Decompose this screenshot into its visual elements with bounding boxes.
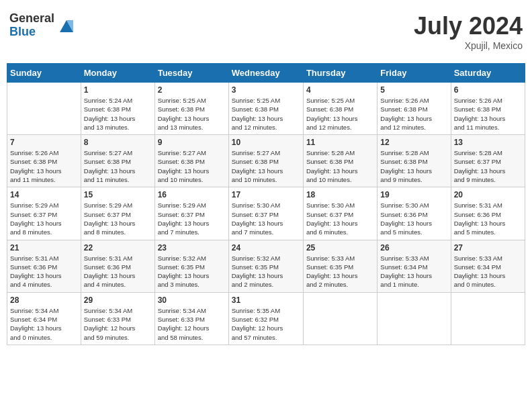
calendar-cell bbox=[378, 292, 451, 345]
calendar-cell: 30Sunrise: 5:34 AM Sunset: 6:33 PM Dayli… bbox=[154, 292, 228, 345]
calendar-cell: 3Sunrise: 5:25 AM Sunset: 6:38 PM Daylig… bbox=[228, 83, 303, 135]
calendar-week-row: 7Sunrise: 5:26 AM Sunset: 6:38 PM Daylig… bbox=[7, 135, 525, 187]
cell-info: Sunrise: 5:32 AM Sunset: 6:35 PM Dayligh… bbox=[158, 254, 226, 289]
cell-info: Sunrise: 5:35 AM Sunset: 6:32 PM Dayligh… bbox=[232, 306, 300, 342]
cell-info: Sunrise: 5:30 AM Sunset: 6:37 PM Dayligh… bbox=[232, 201, 300, 236]
cell-info: Sunrise: 5:31 AM Sunset: 6:36 PM Dayligh… bbox=[84, 254, 152, 289]
day-number: 21 bbox=[10, 243, 78, 253]
logo-general-text: General bbox=[9, 12, 54, 26]
day-number: 9 bbox=[158, 138, 226, 147]
calendar-cell: 4Sunrise: 5:25 AM Sunset: 6:38 PM Daylig… bbox=[303, 83, 377, 135]
cell-info: Sunrise: 5:34 AM Sunset: 6:34 PM Dayligh… bbox=[10, 306, 78, 342]
cell-info: Sunrise: 5:29 AM Sunset: 6:37 PM Dayligh… bbox=[84, 201, 152, 236]
cell-info: Sunrise: 5:26 AM Sunset: 6:38 PM Dayligh… bbox=[10, 148, 78, 184]
calendar-cell: 23Sunrise: 5:32 AM Sunset: 6:35 PM Dayli… bbox=[154, 240, 228, 292]
day-number: 29 bbox=[84, 295, 152, 305]
cell-info: Sunrise: 5:33 AM Sunset: 6:34 PM Dayligh… bbox=[454, 254, 522, 289]
day-number: 10 bbox=[232, 138, 300, 147]
calendar-cell: 9Sunrise: 5:27 AM Sunset: 6:38 PM Daylig… bbox=[154, 135, 228, 187]
cell-info: Sunrise: 5:34 AM Sunset: 6:33 PM Dayligh… bbox=[84, 306, 152, 342]
logo: General Blue bbox=[9, 12, 76, 39]
day-number: 27 bbox=[454, 243, 522, 253]
calendar-cell: 21Sunrise: 5:31 AM Sunset: 6:36 PM Dayli… bbox=[7, 240, 81, 292]
calendar-cell bbox=[7, 83, 81, 135]
col-header-tuesday: Tuesday bbox=[154, 64, 228, 83]
cell-info: Sunrise: 5:32 AM Sunset: 6:35 PM Dayligh… bbox=[232, 254, 300, 289]
calendar-cell: 2Sunrise: 5:25 AM Sunset: 6:38 PM Daylig… bbox=[154, 83, 228, 135]
calendar-cell: 14Sunrise: 5:29 AM Sunset: 6:37 PM Dayli… bbox=[7, 187, 81, 240]
calendar-cell: 19Sunrise: 5:30 AM Sunset: 6:36 PM Dayli… bbox=[378, 187, 451, 240]
day-number: 2 bbox=[158, 85, 226, 95]
col-header-sunday: Sunday bbox=[7, 64, 81, 83]
cell-info: Sunrise: 5:31 AM Sunset: 6:36 PM Dayligh… bbox=[10, 254, 78, 289]
day-number: 8 bbox=[84, 138, 152, 147]
calendar-cell: 26Sunrise: 5:33 AM Sunset: 6:34 PM Dayli… bbox=[378, 240, 451, 292]
calendar-cell: 24Sunrise: 5:32 AM Sunset: 6:35 PM Dayli… bbox=[228, 240, 303, 292]
cell-info: Sunrise: 5:29 AM Sunset: 6:37 PM Dayligh… bbox=[10, 201, 78, 236]
logo-blue-text: Blue bbox=[9, 26, 54, 39]
calendar-cell: 28Sunrise: 5:34 AM Sunset: 6:34 PM Dayli… bbox=[7, 292, 81, 345]
calendar-cell: 20Sunrise: 5:31 AM Sunset: 6:36 PM Dayli… bbox=[451, 187, 525, 240]
day-number: 28 bbox=[10, 295, 78, 305]
day-number: 19 bbox=[380, 190, 447, 199]
day-number: 22 bbox=[84, 243, 152, 253]
col-header-monday: Monday bbox=[81, 64, 154, 83]
day-number: 25 bbox=[306, 243, 374, 253]
calendar-week-row: 1Sunrise: 5:24 AM Sunset: 6:38 PM Daylig… bbox=[7, 83, 525, 135]
logo-icon bbox=[57, 16, 76, 35]
day-number: 7 bbox=[10, 138, 78, 147]
calendar-cell: 13Sunrise: 5:28 AM Sunset: 6:37 PM Dayli… bbox=[451, 135, 525, 187]
cell-info: Sunrise: 5:25 AM Sunset: 6:38 PM Dayligh… bbox=[232, 96, 300, 132]
cell-info: Sunrise: 5:31 AM Sunset: 6:36 PM Dayligh… bbox=[454, 201, 522, 236]
day-number: 16 bbox=[158, 190, 226, 199]
calendar-cell: 8Sunrise: 5:27 AM Sunset: 6:38 PM Daylig… bbox=[81, 135, 154, 187]
calendar-cell: 6Sunrise: 5:26 AM Sunset: 6:38 PM Daylig… bbox=[451, 83, 525, 135]
calendar-cell: 16Sunrise: 5:29 AM Sunset: 6:37 PM Dayli… bbox=[154, 187, 228, 240]
calendar-cell: 25Sunrise: 5:33 AM Sunset: 6:35 PM Dayli… bbox=[303, 240, 377, 292]
day-number: 14 bbox=[10, 190, 78, 199]
cell-info: Sunrise: 5:34 AM Sunset: 6:33 PM Dayligh… bbox=[158, 306, 226, 342]
location: Xpujil, Mexico bbox=[414, 40, 523, 51]
day-number: 23 bbox=[158, 243, 226, 253]
calendar-header-row: SundayMondayTuesdayWednesdayThursdayFrid… bbox=[7, 64, 525, 83]
day-number: 13 bbox=[454, 138, 522, 147]
day-number: 5 bbox=[380, 85, 447, 95]
col-header-thursday: Thursday bbox=[303, 64, 377, 83]
day-number: 12 bbox=[380, 138, 447, 147]
day-number: 18 bbox=[306, 190, 374, 199]
cell-info: Sunrise: 5:25 AM Sunset: 6:38 PM Dayligh… bbox=[306, 96, 374, 132]
day-number: 4 bbox=[306, 85, 374, 95]
day-number: 30 bbox=[158, 295, 226, 305]
cell-info: Sunrise: 5:29 AM Sunset: 6:37 PM Dayligh… bbox=[158, 201, 226, 236]
col-header-saturday: Saturday bbox=[451, 64, 525, 83]
calendar-cell: 15Sunrise: 5:29 AM Sunset: 6:37 PM Dayli… bbox=[81, 187, 154, 240]
cell-info: Sunrise: 5:26 AM Sunset: 6:38 PM Dayligh… bbox=[380, 96, 447, 132]
calendar-cell: 12Sunrise: 5:28 AM Sunset: 6:38 PM Dayli… bbox=[378, 135, 451, 187]
cell-info: Sunrise: 5:24 AM Sunset: 6:38 PM Dayligh… bbox=[84, 96, 152, 132]
calendar-cell: 29Sunrise: 5:34 AM Sunset: 6:33 PM Dayli… bbox=[81, 292, 154, 345]
cell-info: Sunrise: 5:28 AM Sunset: 6:37 PM Dayligh… bbox=[454, 148, 522, 184]
cell-info: Sunrise: 5:28 AM Sunset: 6:38 PM Dayligh… bbox=[380, 148, 447, 184]
calendar-cell: 22Sunrise: 5:31 AM Sunset: 6:36 PM Dayli… bbox=[81, 240, 154, 292]
page-header: General Blue July 2024 Xpujil, Mexico bbox=[7, 7, 525, 56]
col-header-friday: Friday bbox=[378, 64, 451, 83]
calendar-week-row: 21Sunrise: 5:31 AM Sunset: 6:36 PM Dayli… bbox=[7, 240, 525, 292]
calendar-cell: 1Sunrise: 5:24 AM Sunset: 6:38 PM Daylig… bbox=[81, 83, 154, 135]
calendar-cell: 27Sunrise: 5:33 AM Sunset: 6:34 PM Dayli… bbox=[451, 240, 525, 292]
day-number: 17 bbox=[232, 190, 300, 199]
day-number: 24 bbox=[232, 243, 300, 253]
month-title: July 2024 bbox=[414, 12, 523, 40]
calendar-cell: 5Sunrise: 5:26 AM Sunset: 6:38 PM Daylig… bbox=[378, 83, 451, 135]
calendar-cell: 17Sunrise: 5:30 AM Sunset: 6:37 PM Dayli… bbox=[228, 187, 303, 240]
cell-info: Sunrise: 5:28 AM Sunset: 6:38 PM Dayligh… bbox=[306, 148, 374, 184]
cell-info: Sunrise: 5:26 AM Sunset: 6:38 PM Dayligh… bbox=[454, 96, 522, 132]
cell-info: Sunrise: 5:33 AM Sunset: 6:34 PM Dayligh… bbox=[380, 254, 447, 289]
calendar-cell: 18Sunrise: 5:30 AM Sunset: 6:37 PM Dayli… bbox=[303, 187, 377, 240]
cell-info: Sunrise: 5:30 AM Sunset: 6:36 PM Dayligh… bbox=[380, 201, 447, 236]
calendar-cell: 31Sunrise: 5:35 AM Sunset: 6:32 PM Dayli… bbox=[228, 292, 303, 345]
calendar-week-row: 28Sunrise: 5:34 AM Sunset: 6:34 PM Dayli… bbox=[7, 292, 525, 345]
day-number: 1 bbox=[84, 85, 152, 95]
day-number: 15 bbox=[84, 190, 152, 199]
col-header-wednesday: Wednesday bbox=[228, 64, 303, 83]
cell-info: Sunrise: 5:33 AM Sunset: 6:35 PM Dayligh… bbox=[306, 254, 374, 289]
